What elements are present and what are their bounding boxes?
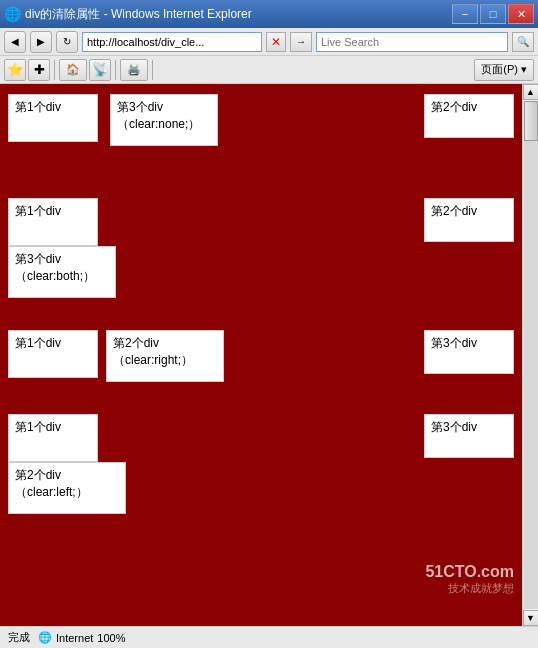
window-controls: − □ ✕ — [452, 4, 534, 24]
toolbar-separator — [54, 60, 55, 80]
address-bar: ◀ ▶ ↻ ✕ → 🔍 — [0, 28, 538, 56]
refresh-button[interactable]: ↻ — [56, 31, 78, 53]
ie-logo: 🌐 — [4, 6, 21, 22]
scroll-track[interactable] — [524, 101, 538, 609]
scroll-down-button[interactable]: ▼ — [523, 610, 539, 626]
red-spacer1 — [4, 146, 518, 194]
vertical-scrollbar: ▲ ▼ — [522, 84, 538, 626]
status-text: 完成 — [8, 630, 30, 645]
section1-box2: 第3个div（clear:none;） — [110, 94, 218, 146]
page-menu[interactable]: 页面(P) ▾ — [474, 59, 534, 81]
section2-box2: 第2个div — [424, 198, 514, 242]
section1-box3: 第2个div — [424, 94, 514, 138]
red-spacer4 — [4, 514, 518, 534]
section2-box1: 第1个div — [8, 198, 98, 246]
window-title: div的清除属性 - Windows Internet Explorer — [25, 6, 448, 23]
section3-box3: 第3个div — [424, 330, 514, 374]
red-spacer2 — [4, 298, 518, 326]
watermark-sub: 技术成就梦想 — [425, 581, 514, 596]
scroll-up-button[interactable]: ▲ — [523, 84, 539, 100]
section1-box1: 第1个div — [8, 94, 98, 142]
search-input[interactable] — [316, 32, 508, 52]
back-button[interactable]: ◀ — [4, 31, 26, 53]
add-favorites[interactable]: ✚ — [28, 59, 50, 81]
search-button[interactable]: 🔍 — [512, 32, 534, 52]
go-button[interactable]: → — [290, 32, 312, 52]
section-clear-both: 第1个div 第2个div 第3个div（clear:both;） — [4, 194, 518, 298]
section3-box1: 第1个div — [8, 330, 98, 378]
address-input[interactable] — [82, 32, 262, 52]
toolbar-separator3 — [152, 60, 153, 80]
section3-box2: 第2个div（clear:right;） — [106, 330, 224, 382]
red-spacer3 — [4, 382, 518, 410]
content-area: 第1个div 第3个div（clear:none;） 第2个div 第1个div… — [0, 84, 538, 626]
status-right: 🌐 Internet 100% — [38, 631, 125, 644]
zoom-level: 100% — [97, 632, 125, 644]
print-button[interactable]: 🖨️ — [120, 59, 148, 81]
section4-box1: 第1个div — [8, 414, 98, 462]
section2-box3: 第3个div（clear:both;） — [8, 246, 116, 298]
section-clear-right: 第1个div 第2个div（clear:right;） 第3个div — [4, 326, 518, 382]
home-button[interactable]: 🏠 — [59, 59, 87, 81]
watermark-site: 51CTO.com — [425, 563, 514, 581]
status-bar: 完成 🌐 Internet 100% — [0, 626, 538, 648]
zone-label: Internet — [56, 632, 93, 644]
webpage: 第1个div 第3个div（clear:none;） 第2个div 第1个div… — [0, 84, 522, 626]
scroll-thumb[interactable] — [524, 101, 538, 141]
toolbar: ⭐ ✚ 🏠 📡 🖨️ 页面(P) ▾ — [0, 56, 538, 84]
minimize-button[interactable]: − — [452, 4, 478, 24]
rss-button[interactable]: 📡 — [89, 59, 111, 81]
internet-icon: 🌐 — [38, 631, 52, 644]
stop-button[interactable]: ✕ — [266, 32, 286, 52]
forward-button[interactable]: ▶ — [30, 31, 52, 53]
toolbar-right: 页面(P) ▾ — [474, 59, 534, 81]
favorites-star[interactable]: ⭐ — [4, 59, 26, 81]
watermark: 51CTO.com 技术成就梦想 — [425, 563, 514, 596]
toolbar-separator2 — [115, 60, 116, 80]
section4-box2: 第2个div（clear:left;） — [8, 462, 126, 514]
maximize-button[interactable]: □ — [480, 4, 506, 24]
close-button[interactable]: ✕ — [508, 4, 534, 24]
section4-box3: 第3个div — [424, 414, 514, 458]
section-clear-none: 第1个div 第3个div（clear:none;） 第2个div — [4, 88, 518, 146]
title-bar: 🌐 div的清除属性 - Windows Internet Explorer −… — [0, 0, 538, 28]
section-clear-left: 第1个div 第3个div 第2个div（clear:left;） — [4, 410, 518, 514]
